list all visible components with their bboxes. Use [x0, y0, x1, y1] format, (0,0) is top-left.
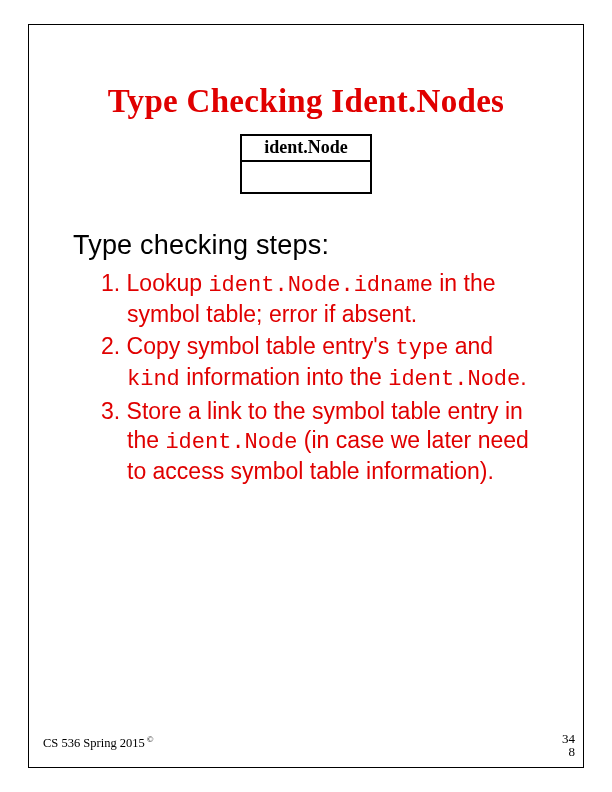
step-list: 1. Lookup ident.Node.idname in the symbo…: [101, 269, 531, 485]
code-identnode-3: ident.Node: [165, 430, 297, 455]
footer-pagenum: 34 8: [562, 732, 575, 759]
section-subtitle: Type checking steps:: [73, 230, 583, 261]
step-item-3: 3. Store a link to the symbol table entr…: [101, 397, 531, 485]
step-2-mid: and: [448, 333, 493, 359]
step-1-lead: 1. Lookup: [101, 270, 208, 296]
node-diagram-body: [242, 162, 370, 192]
step-item-1: 1. Lookup ident.Node.idname in the symbo…: [101, 269, 531, 328]
code-type: type: [396, 336, 449, 361]
footer-copyright: ©: [147, 734, 154, 744]
step-2-tail: information into the: [180, 364, 388, 390]
code-kind: kind: [127, 367, 180, 392]
step-item-2: 2. Copy symbol table entry's type and ki…: [101, 332, 531, 393]
node-diagram: ident.Node: [240, 134, 372, 194]
footer-course: CS 536 Spring 2015©: [43, 734, 154, 751]
page-num-top: 34: [562, 732, 575, 746]
slide-title: Type Checking Ident.Nodes: [29, 83, 583, 120]
footer-course-text: CS 536 Spring 2015: [43, 736, 145, 750]
code-identnode-2: ident.Node: [388, 367, 520, 392]
step-2-lead: 2. Copy symbol table entry's: [101, 333, 396, 359]
node-diagram-label: ident.Node: [242, 136, 370, 162]
code-idname: ident.Node.idname: [208, 273, 432, 298]
slide-frame: Type Checking Ident.Nodes ident.Node Typ…: [28, 24, 584, 768]
page-num-bottom: 8: [562, 745, 575, 759]
step-2-period: .: [520, 364, 526, 390]
